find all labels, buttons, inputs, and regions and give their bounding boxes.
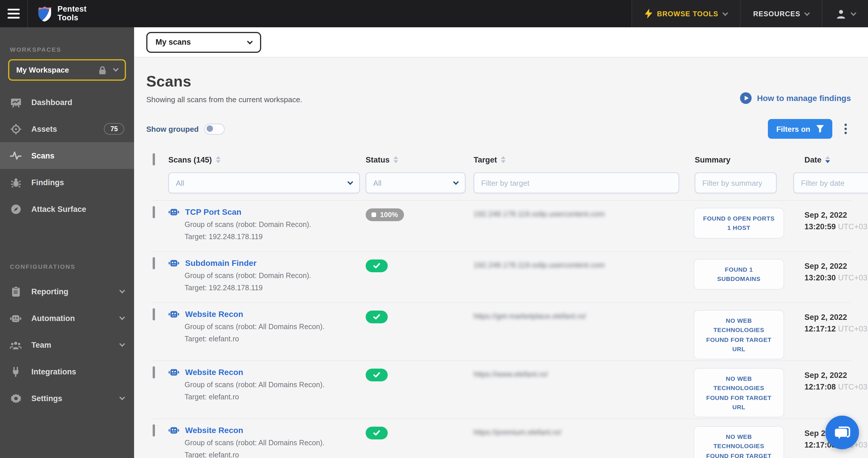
column-header-status: Status (366, 155, 390, 164)
column-header-target: Target (474, 155, 497, 164)
scope-select-value: My scans (156, 38, 248, 47)
scan-name-link[interactable]: Website Recon (185, 367, 243, 377)
sidebar-item-label: Dashboard (31, 98, 124, 106)
how-to-manage-findings-link[interactable]: How to manage findings (740, 92, 851, 104)
app-window: Pentest Tools BROWSE TOOLS RESOURCES (0, 0, 868, 458)
row-checkbox[interactable] (153, 366, 155, 378)
shield-logo-icon (37, 5, 52, 22)
stop-square-icon (371, 212, 376, 217)
select-all-checkbox[interactable] (153, 153, 155, 165)
page-header: Scans Showing all scans from the current… (134, 58, 868, 104)
summary-result-box[interactable]: NO WEB TECHNOLOGIES FOUND FOR TARGET URL (693, 426, 784, 458)
workspace-selector[interactable]: My Workspace (8, 59, 126, 81)
row-checkbox[interactable] (153, 206, 155, 218)
summary-result-box[interactable]: FOUND 0 OPEN PORTS 1 HOST (693, 208, 784, 238)
chevron-down-icon (347, 179, 353, 185)
row-checkbox[interactable] (153, 257, 155, 269)
status-progress-badge: 100% (366, 208, 404, 221)
scan-name-link[interactable]: TCP Port Scan (185, 207, 242, 216)
sidebar-item-label: Team (31, 340, 120, 349)
user-avatar-icon (835, 8, 847, 20)
table-row: Subdomain Finder Group of scans (robot: … (153, 251, 851, 302)
sidebar-item-attack-surface[interactable]: Attack Surface (0, 195, 134, 222)
sidebar-item-dashboard[interactable]: Dashboard (0, 89, 134, 116)
play-video-icon (740, 92, 752, 104)
pentest-tools-logo[interactable]: Pentest Tools (28, 0, 96, 27)
scan-description: Group of scans (robot: Domain Recon). (185, 272, 366, 280)
scan-name-link[interactable]: Subdomain Finder (185, 258, 256, 268)
table-toolbar: Show grouped Filters on (134, 119, 868, 139)
sort-target-control[interactable] (501, 156, 506, 163)
status-filter-select[interactable]: All (366, 173, 465, 193)
scan-target-line: Target: 192.248.178.119 (185, 284, 366, 292)
resources-menu[interactable]: RESOURCES (740, 0, 822, 27)
target-url-blurred: https://premium.elefant.ro/ (474, 426, 685, 436)
summary-result-box[interactable]: NO WEB TECHNOLOGIES FOUND FOR TARGET URL (693, 368, 784, 417)
scan-description: Group of scans (robot: All Domains Recon… (185, 439, 366, 447)
sidebar-item-automation[interactable]: Automation (0, 305, 134, 332)
sidebar-item-team[interactable]: Team (0, 332, 134, 358)
scan-name-link[interactable]: Website Recon (185, 426, 243, 435)
browse-tools-label: BROWSE TOOLS (657, 9, 718, 18)
scans-filter-select[interactable]: All (168, 173, 360, 193)
robot-scan-icon (168, 258, 179, 268)
funnel-icon (816, 125, 824, 133)
date-filter-input[interactable] (794, 173, 868, 193)
summary-result-box[interactable]: NO WEB TECHNOLOGIES FOUND FOR TARGET URL (693, 310, 784, 359)
toggle-switch[interactable] (205, 123, 225, 134)
status-finished-badge (366, 369, 388, 381)
scan-date: Sep 2, 2022 12:17:08 UTC+03 (792, 367, 868, 392)
sidebar-item-label: Scans (31, 151, 124, 160)
sidebar-item-integrations[interactable]: Integrations (0, 358, 134, 385)
compass-icon (10, 203, 22, 215)
sidebar-item-assets[interactable]: Assets 75 (0, 116, 134, 142)
summary-filter-input[interactable] (695, 173, 777, 193)
chevron-down-icon (113, 66, 119, 72)
sidebar-item-findings[interactable]: Findings (0, 169, 134, 195)
sidebar-item-reporting[interactable]: Reporting (0, 278, 134, 305)
target-url-blurred: https://www.elefant.ro/ (474, 367, 685, 378)
row-checkbox[interactable] (153, 424, 155, 436)
scan-scope-select[interactable]: My scans (146, 32, 261, 53)
chevron-down-icon (247, 38, 253, 44)
status-filter-value: All (373, 179, 454, 187)
row-checkbox[interactable] (153, 308, 155, 320)
summary-result-box[interactable]: FOUND 1 SUBDOMAINS (693, 259, 784, 289)
sort-scans-control[interactable] (216, 156, 221, 163)
workspaces-section-label: WORKSPACES (10, 46, 134, 53)
browse-tools-menu[interactable]: BROWSE TOOLS (631, 0, 740, 27)
target-url-blurred: 192.248.178.119.sslip.usercontent.com (474, 207, 685, 218)
scan-description: Group of scans (robot: All Domains Recon… (185, 323, 366, 331)
clipboard-icon (10, 285, 22, 297)
pulse-icon (10, 150, 22, 161)
filters-on-button[interactable]: Filters on (768, 119, 832, 139)
sort-date-control[interactable] (826, 156, 830, 163)
scan-target-line: Target: elefant.ro (185, 335, 366, 343)
resources-label: RESOURCES (753, 9, 800, 18)
more-options-kebab-menu[interactable] (840, 124, 851, 134)
scope-strip: My scans (134, 27, 868, 58)
show-grouped-toggle[interactable]: Show grouped (146, 123, 225, 134)
scan-date: Sep 2, 2022 13:20:59 UTC+03 (792, 207, 868, 232)
target-filter-input[interactable] (474, 173, 679, 193)
chat-widget-button[interactable] (825, 416, 859, 449)
account-menu[interactable] (822, 0, 868, 27)
sidebar-item-scans[interactable]: Scans (0, 142, 134, 169)
dashboard-icon (10, 96, 22, 108)
table-header-row: Scans (145) Status Target Summary Date (153, 148, 851, 171)
sidebar-item-label: Reporting (31, 287, 120, 296)
scan-name-link[interactable]: Website Recon (185, 309, 243, 319)
robot-scan-icon (168, 367, 179, 377)
sidebar-item-label: Attack Surface (31, 205, 124, 213)
chevron-down-icon (453, 179, 459, 185)
chevron-down-icon (850, 10, 857, 16)
sidebar-item-label: Assets (31, 124, 104, 133)
sort-status-control[interactable] (394, 156, 398, 163)
hamburger-menu-icon[interactable] (0, 0, 28, 27)
table-row: Website Recon Group of scans (robot: All… (153, 302, 851, 361)
chevron-down-icon (722, 10, 728, 16)
sidebar-item-settings[interactable]: Settings (0, 385, 134, 411)
sidebar: WORKSPACES My Workspace Dashboard (0, 27, 134, 458)
robot-scan-icon (168, 309, 179, 319)
plug-icon (10, 366, 22, 377)
